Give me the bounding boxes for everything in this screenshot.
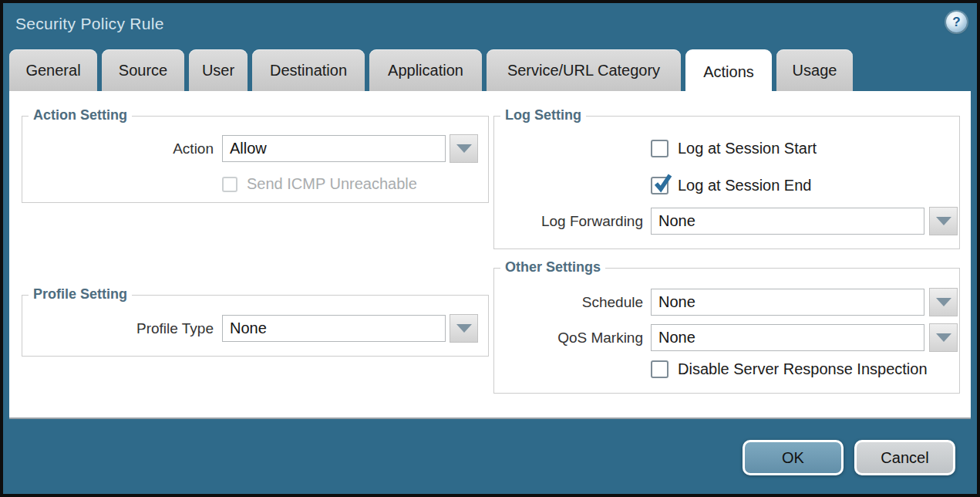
schedule-select[interactable]: None <box>651 289 924 316</box>
send-icmp-unreachable-label: Send ICMP Unreachable <box>247 175 417 193</box>
send-icmp-unreachable-checkbox <box>222 177 237 192</box>
log-setting-legend: Log Setting <box>500 106 586 123</box>
log-at-session-start-label: Log at Session Start <box>678 140 817 157</box>
action-select[interactable]: Allow <box>222 135 446 162</box>
tab-application[interactable]: Application <box>369 49 482 91</box>
chevron-down-icon <box>456 324 472 333</box>
tab-general[interactable]: General <box>9 49 97 91</box>
chevron-down-icon <box>936 333 951 342</box>
tab-destination[interactable]: Destination <box>252 49 365 91</box>
tab-user[interactable]: User <box>189 49 248 91</box>
qos-marking-label: QoS Marking <box>494 324 643 351</box>
profile-type-select-dropdown-button[interactable] <box>450 314 478 343</box>
profile-setting-group: Profile Setting Profile Type None <box>22 295 489 357</box>
ok-button[interactable]: OK <box>743 440 844 475</box>
log-forwarding-select-value: None <box>658 212 695 230</box>
other-settings-group: Other Settings Schedule None QoS Marking… <box>493 268 960 394</box>
qos-marking-select-dropdown-button[interactable] <box>929 323 958 352</box>
log-at-session-end-row: Log at Session End <box>651 177 811 194</box>
log-forwarding-label: Log Forwarding <box>494 208 643 235</box>
tab-actions[interactable]: Actions <box>685 49 772 94</box>
log-setting-group: Log Setting Log at Session Start Log at … <box>493 116 960 249</box>
tab-usage[interactable]: Usage <box>776 49 853 91</box>
tab-service-url-category[interactable]: Service/URL Category <box>487 49 681 91</box>
action-setting-group: Action Setting Action Allow Send ICMP Un… <box>22 116 489 203</box>
send-icmp-unreachable-row: Send ICMP Unreachable <box>222 175 417 193</box>
content-panel: Action Setting Action Allow Send ICMP Un… <box>9 91 971 419</box>
schedule-select-value: None <box>658 293 695 311</box>
disable-server-response-inspection-label: Disable Server Response Inspection <box>678 360 928 378</box>
chevron-down-icon <box>456 144 472 153</box>
chevron-down-icon <box>936 298 951 306</box>
schedule-select-dropdown-button[interactable] <box>929 288 958 316</box>
security-policy-rule-dialog: Security Policy Rule ? General Source Us… <box>0 0 980 497</box>
action-select-value: Allow <box>230 140 267 157</box>
profile-setting-legend: Profile Setting <box>29 286 132 303</box>
log-at-session-end-checkbox[interactable] <box>651 177 668 194</box>
log-at-session-start-row: Log at Session Start <box>651 140 817 157</box>
chevron-down-icon <box>936 217 951 225</box>
schedule-label: Schedule <box>494 289 643 316</box>
action-setting-legend: Action Setting <box>29 106 132 123</box>
qos-marking-select[interactable]: None <box>651 324 924 351</box>
other-settings-legend: Other Settings <box>500 259 605 276</box>
disable-server-response-inspection-checkbox[interactable] <box>651 360 668 378</box>
qos-marking-select-value: None <box>658 329 695 347</box>
dialog-title: Security Policy Rule <box>15 15 164 33</box>
help-icon[interactable]: ? <box>946 12 967 32</box>
profile-type-select[interactable]: None <box>222 315 446 342</box>
profile-type-select-value: None <box>230 320 267 337</box>
tab-source[interactable]: Source <box>102 49 184 91</box>
log-forwarding-select-dropdown-button[interactable] <box>929 207 958 235</box>
log-at-session-end-label: Log at Session End <box>678 177 811 194</box>
log-at-session-start-checkbox[interactable] <box>651 140 668 157</box>
profile-type-label: Profile Type <box>22 315 214 342</box>
action-label: Action <box>22 135 214 162</box>
disable-server-response-inspection-row: Disable Server Response Inspection <box>651 360 928 378</box>
cancel-button[interactable]: Cancel <box>854 440 955 475</box>
tab-bar: General Source User Destination Applicat… <box>9 49 853 91</box>
log-forwarding-select[interactable]: None <box>651 208 924 235</box>
action-select-dropdown-button[interactable] <box>450 134 478 163</box>
